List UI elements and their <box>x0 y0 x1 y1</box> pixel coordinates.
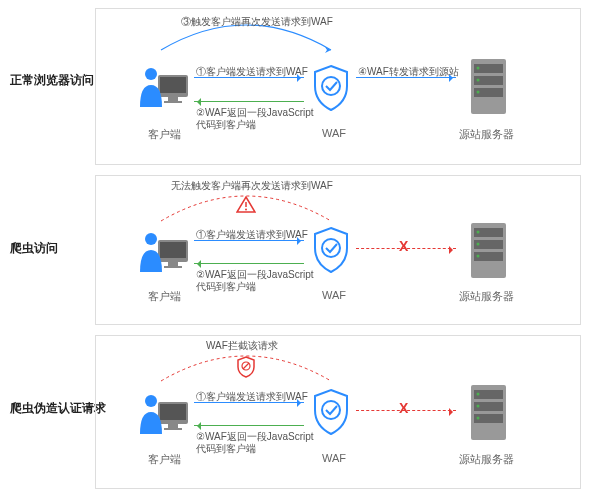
svg-rect-2 <box>168 97 178 101</box>
svg-point-12 <box>477 91 480 94</box>
step-2b-label: 代码到客户端 <box>196 442 256 456</box>
waf-icon <box>311 64 351 114</box>
step-1-label: ①客户端发送请求到WAF <box>196 228 308 242</box>
svg-rect-17 <box>168 262 178 266</box>
client-icon <box>136 384 191 439</box>
diagram-container: 正常浏览器访问 爬虫访问 爬虫伪造认证请求 ③触发客户端再次发送请求到WAF ①… <box>0 0 589 500</box>
svg-point-42 <box>477 417 480 420</box>
section-title-crawler: 爬虫访问 <box>10 240 58 257</box>
server-icon <box>461 380 516 447</box>
client-icon <box>136 57 191 112</box>
server-label: 源站服务器 <box>451 289 521 304</box>
waf-label: WAF <box>319 127 349 139</box>
waf-icon <box>311 226 351 276</box>
svg-rect-33 <box>164 428 182 430</box>
svg-point-4 <box>145 68 157 80</box>
waf-label: WAF <box>319 289 349 301</box>
step-4-label: ④WAF转发请求到源站 <box>358 65 459 79</box>
svg-point-11 <box>477 79 480 82</box>
waf-label: WAF <box>319 452 349 464</box>
arrow-step2 <box>194 425 304 426</box>
svg-point-19 <box>145 233 157 245</box>
client-icon <box>136 222 191 277</box>
svg-rect-16 <box>160 242 186 258</box>
step-1-label: ①客户端发送请求到WAF <box>196 65 308 79</box>
svg-point-14 <box>245 209 247 211</box>
server-icon <box>461 54 516 121</box>
section-title-normal: 正常浏览器访问 <box>10 72 94 89</box>
step-1-label: ①客户端发送请求到WAF <box>196 390 308 404</box>
server-icon <box>461 218 516 285</box>
x-mark: X <box>399 400 408 416</box>
svg-rect-31 <box>160 404 186 420</box>
step-2b-label: 代码到客户端 <box>196 280 256 294</box>
svg-rect-1 <box>160 77 186 93</box>
svg-rect-32 <box>168 424 178 428</box>
arrow-step2 <box>194 263 304 264</box>
step-3-label: ③触发客户端再次发送请求到WAF <box>181 15 333 29</box>
svg-point-10 <box>477 67 480 70</box>
svg-point-25 <box>477 231 480 234</box>
curve-2-label: 无法触发客户端再次发送请求到WAF <box>171 179 333 193</box>
svg-rect-18 <box>164 266 182 268</box>
section-fake: WAF拦截该请求 ①客户端发送请求到WAF ②WAF返回一段JavaScript… <box>95 335 581 489</box>
svg-rect-3 <box>164 101 182 103</box>
svg-point-41 <box>477 405 480 408</box>
x-mark: X <box>399 238 408 254</box>
client-label: 客户端 <box>144 289 184 304</box>
step-2b-label: 代码到客户端 <box>196 118 256 132</box>
svg-point-27 <box>477 255 480 258</box>
shield-block-icon <box>236 356 256 378</box>
curve-3-label: WAF拦截该请求 <box>206 339 278 353</box>
server-label: 源站服务器 <box>451 452 521 467</box>
svg-point-26 <box>477 243 480 246</box>
svg-point-34 <box>145 395 157 407</box>
waf-icon <box>311 388 351 438</box>
client-label: 客户端 <box>144 127 184 142</box>
svg-point-40 <box>477 393 480 396</box>
server-label: 源站服务器 <box>451 127 521 142</box>
warning-icon <box>236 196 256 214</box>
section-normal: ③触发客户端再次发送请求到WAF ①客户端发送请求到WAF ②WAF返回一段Ja… <box>95 8 581 165</box>
section-crawler: 无法触发客户端再次发送请求到WAF ①客户端发送请求到WAF ②WAF返回一段J… <box>95 175 581 325</box>
section-title-fake: 爬虫伪造认证请求 <box>10 400 106 417</box>
arrow-step2 <box>194 101 304 102</box>
client-label: 客户端 <box>144 452 184 467</box>
